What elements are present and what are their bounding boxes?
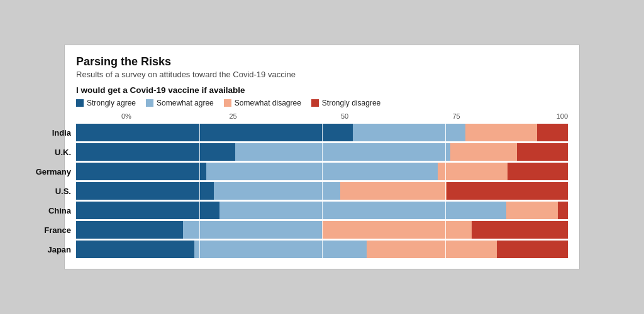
grid-line — [199, 143, 200, 161]
bars-section: IndiaU.K.GermanyU.S.ChinaFranceJapan — [76, 124, 568, 258]
legend-color-box — [224, 99, 231, 107]
bar-track — [76, 241, 568, 258]
grid-line — [199, 182, 200, 200]
bar-segment — [508, 163, 568, 180]
bar-segment — [76, 241, 194, 258]
bar-row: India — [76, 124, 568, 141]
bar-segment — [497, 241, 568, 258]
chart-title: Parsing the Risks — [76, 55, 568, 69]
grid-line — [322, 124, 323, 141]
axis-label: 25 — [229, 112, 236, 120]
bar-segment — [76, 202, 219, 219]
bar-row: France — [76, 221, 568, 239]
grid-line — [445, 241, 446, 258]
axis-label: 75 — [452, 112, 460, 120]
legend-color-box — [146, 99, 153, 107]
country-label: China — [31, 206, 76, 215]
country-label: U.K. — [31, 148, 76, 157]
grid-line — [199, 241, 200, 258]
legend-item: Strongly agree — [76, 99, 136, 107]
legend-item: Somewhat disagree — [224, 99, 301, 107]
bar-segment — [558, 202, 568, 219]
bar-segment — [219, 202, 506, 219]
bar-segment — [353, 124, 465, 141]
grid-line — [322, 143, 323, 161]
legend: Strongly agreeSomewhat agreeSomewhat dis… — [76, 99, 568, 107]
bar-segment — [447, 182, 568, 200]
grid-line — [322, 241, 323, 258]
bar-track — [76, 202, 568, 219]
country-label: Germany — [31, 167, 76, 176]
country-label: Japan — [31, 245, 76, 254]
bar-track — [76, 143, 568, 161]
bar-row: Japan — [76, 241, 568, 258]
grid-line — [322, 182, 323, 200]
chart-container: Parsing the Risks Results of a survey on… — [64, 45, 580, 270]
grid-line — [445, 202, 446, 219]
grid-line — [445, 143, 446, 161]
axis-label: 0% — [121, 112, 131, 120]
legend-item: Somewhat agree — [146, 99, 214, 107]
axis-label: 50 — [341, 112, 348, 120]
bar-row: U.K. — [76, 143, 568, 161]
legend-label: Somewhat agree — [157, 99, 214, 107]
legend-label: Strongly disagree — [322, 99, 380, 107]
grid-line — [199, 202, 200, 219]
bar-segment — [472, 221, 568, 239]
bar-segment — [235, 143, 450, 161]
chart-subtitle: Results of a survey on attitudes toward … — [76, 70, 568, 79]
country-label: India — [31, 128, 76, 138]
bar-segment — [517, 143, 568, 161]
grid-line — [445, 182, 446, 200]
grid-line — [322, 163, 323, 180]
bar-segment — [76, 124, 353, 141]
bar-segment — [76, 182, 214, 200]
bar-segment — [322, 221, 472, 239]
grid-line — [199, 124, 200, 141]
grid-line — [322, 221, 323, 239]
bar-segment — [76, 143, 235, 161]
legend-label: Strongly agree — [87, 99, 136, 107]
bar-segment — [465, 124, 537, 141]
bar-row: Germany — [76, 163, 568, 180]
country-label: France — [31, 225, 76, 235]
grid-line — [199, 221, 200, 239]
bar-segment — [367, 241, 497, 258]
bar-segment — [438, 163, 508, 180]
bar-row: U.S. — [76, 182, 568, 200]
grid-line — [322, 202, 323, 219]
bar-track — [76, 124, 568, 141]
bar-segment — [450, 143, 517, 161]
legend-item: Strongly disagree — [311, 99, 380, 107]
bar-segment — [506, 202, 557, 219]
grid-line — [445, 124, 446, 141]
bar-segment — [340, 182, 446, 200]
bar-track — [76, 221, 568, 239]
country-label: U.S. — [31, 187, 76, 196]
axis-label: 100 — [557, 112, 568, 120]
bar-segment — [194, 241, 366, 258]
grid-line — [199, 163, 200, 180]
grid-line — [445, 163, 446, 180]
legend-color-box — [311, 99, 319, 107]
axis: 0%255075100 — [121, 112, 568, 122]
legend-color-box — [76, 99, 84, 107]
bar-segment — [183, 221, 322, 239]
bar-segment — [537, 124, 568, 141]
bar-row: China — [76, 202, 568, 219]
bar-track — [76, 182, 568, 200]
grid-line — [445, 221, 446, 239]
bar-segment — [76, 163, 206, 180]
bar-track — [76, 163, 568, 180]
chart-question: I would get a Covid-19 vaccine if availa… — [76, 85, 568, 95]
legend-label: Somewhat disagree — [235, 99, 301, 107]
bar-segment — [76, 221, 183, 239]
